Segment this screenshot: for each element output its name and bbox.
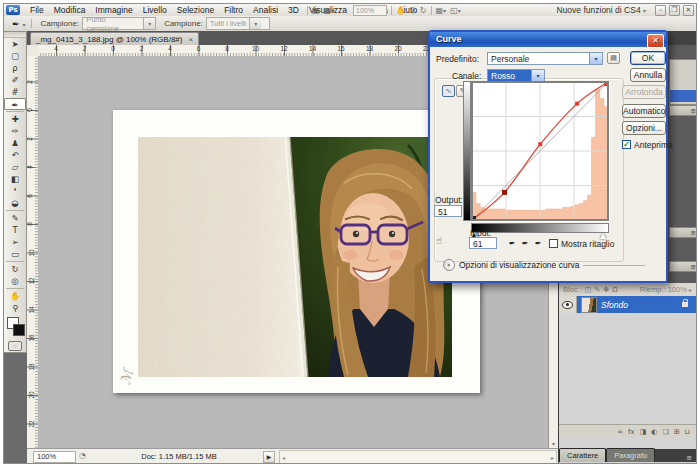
auto-button[interactable]: Automatico — [622, 104, 666, 118]
quick-mask-button[interactable]: ◌ — [8, 341, 22, 351]
layer-thumbnail[interactable] — [581, 297, 597, 313]
lock-transparency-icon[interactable]: ◫ — [585, 286, 592, 294]
tab-close-icon[interactable]: × — [188, 35, 193, 44]
cancel-button[interactable]: Annulla — [630, 68, 666, 82]
move-tool[interactable]: ➤ — [4, 38, 26, 50]
menu-analisi[interactable]: Analisi — [248, 5, 283, 15]
preset-select[interactable]: Personale▾ — [487, 52, 603, 65]
close-button[interactable]: ✕ — [683, 5, 694, 16]
preview-checkbox[interactable]: ✓ — [622, 140, 631, 149]
dialog-close-icon[interactable]: ✕ — [647, 34, 664, 48]
workspace-icon[interactable]: ▦▾ — [324, 6, 335, 15]
options-button[interactable]: Opzioni... — [622, 121, 666, 135]
hand-icon[interactable]: ✋ — [396, 6, 406, 15]
rectangle-tool[interactable]: ▭ — [4, 248, 26, 260]
document-canvas[interactable]: ℳ — [113, 110, 480, 393]
photoshop-logo[interactable]: Ps — [6, 5, 20, 15]
on-image-adjust-icon[interactable]: ☝ — [436, 235, 442, 246]
lock-pixels-icon[interactable]: ✎ — [594, 286, 600, 294]
crop-tool[interactable]: # — [4, 86, 26, 98]
menu-livello[interactable]: Livello — [138, 5, 172, 15]
lock-all-icon[interactable]: Ω — [612, 286, 617, 294]
fill-opacity[interactable]: Riemp.: 100% ▸ — [640, 285, 692, 294]
brush-tool[interactable]: ✑ — [4, 125, 26, 137]
hand-tool[interactable]: ✋ — [4, 290, 26, 302]
screen-mode-icon[interactable]: ◱▾ — [450, 6, 461, 15]
scroll-right-icon[interactable]: ▸ — [551, 454, 554, 461]
edit-points-tool[interactable]: ∿ — [442, 85, 455, 97]
background-color-swatch[interactable] — [13, 324, 25, 336]
menu-immagine[interactable]: Immagine — [90, 5, 137, 15]
layer-visibility-toggle[interactable] — [559, 296, 577, 313]
scroll-down-icon[interactable]: ▾ — [549, 440, 558, 447]
eraser-tool[interactable]: ▱ — [4, 161, 26, 173]
history-brush-tool[interactable]: ↶ — [4, 149, 26, 161]
lasso-tool[interactable]: ρ — [4, 62, 26, 74]
menu-3d[interactable]: 3D — [283, 5, 304, 15]
3d-orbit-tool[interactable]: ◎ — [4, 275, 26, 287]
quick-selection-tool[interactable]: ✐ — [4, 74, 26, 86]
type-tool[interactable]: T — [4, 224, 26, 236]
dialog-title-bar[interactable]: Curve ✕ — [430, 32, 666, 47]
input-field[interactable]: 61 — [469, 237, 497, 249]
tab-paragrafo[interactable]: Paragrafo — [606, 448, 655, 462]
layer-group-icon[interactable]: ❏ — [662, 428, 668, 436]
white-point-eyedropper-icon[interactable]: ✒ — [532, 236, 544, 251]
layer-name[interactable]: Sfondo — [601, 300, 682, 310]
panel-header[interactable]: ≡ — [669, 105, 697, 116]
horizontal-scrollbar[interactable]: ◂ ▸ — [279, 450, 557, 464]
zoom-level-field[interactable]: 100% — [353, 5, 387, 16]
status-menu-button[interactable]: ▶ — [263, 451, 275, 463]
curve-graph[interactable] — [471, 81, 609, 221]
new-layer-icon[interactable]: ⊞ — [674, 428, 680, 436]
output-field[interactable]: 51 — [434, 205, 462, 217]
document-tab[interactable]: _mg_0415_3_188.jpg @ 100% (RGB/8#) × — [30, 32, 199, 46]
curve-point[interactable] — [538, 142, 542, 146]
preset-options-button[interactable]: ▤ — [607, 52, 620, 64]
panel-header[interactable]: ≡ — [669, 261, 697, 272]
bridge-icon[interactable]: ▣ — [312, 6, 320, 15]
pen-tool[interactable]: ✎ — [4, 212, 26, 224]
link-layers-icon[interactable]: ∞ — [617, 428, 623, 436]
clone-stamp-tool[interactable]: ♟ — [4, 137, 26, 149]
menu-filtro[interactable]: Filtro — [219, 5, 248, 15]
black-point-eyedropper-icon[interactable]: ✒ — [506, 236, 518, 251]
eyedropper-tool[interactable]: ✒ — [4, 98, 26, 110]
menu-selezione[interactable]: Selezione — [172, 5, 219, 15]
curve-point-selected[interactable] — [502, 190, 507, 195]
minimize-button[interactable]: – — [655, 5, 666, 16]
sample-size-select[interactable]: Punto campione▾ — [82, 17, 156, 30]
layer-row-sfondo[interactable]: Sfondo — [559, 296, 696, 313]
path-selection-tool[interactable]: ➢ — [4, 236, 26, 248]
rotate-view-icon[interactable]: ↻ — [420, 6, 427, 15]
gray-point-eyedropper-icon[interactable]: ✒ — [519, 236, 531, 251]
spot-healing-brush-tool[interactable]: ✚ — [4, 113, 26, 125]
rectangular-marquee-tool[interactable]: ▢ — [4, 50, 26, 62]
zoom-icon[interactable]: ⚲ — [410, 6, 416, 15]
layer-mask-icon[interactable]: ◨ — [640, 428, 647, 436]
layer-style-icon[interactable]: fx — [628, 428, 635, 436]
curve-display-options-expander[interactable]: » Opzioni di visualizzazione curva — [443, 259, 645, 271]
panel-menu-icon[interactable]: ≡ — [686, 454, 696, 462]
zoom-tool[interactable]: ⚲ — [4, 302, 26, 314]
tab-carattere[interactable]: Carattere — [559, 448, 606, 462]
curve-point[interactable] — [575, 102, 579, 106]
gradient-tool[interactable]: ◧ — [4, 173, 26, 185]
expander-icon[interactable]: » — [443, 259, 455, 271]
current-tool-icon[interactable]: ✒ ▾ — [12, 19, 25, 29]
whats-new-menu[interactable]: Nuove funzioni di CS4 ▾ — [557, 5, 647, 15]
ok-button[interactable]: OK — [630, 51, 666, 65]
restore-button[interactable]: ❐ — [669, 5, 680, 16]
delete-layer-icon[interactable]: ⊔ — [685, 428, 690, 436]
adjustment-layer-icon[interactable]: ◐ — [651, 428, 657, 436]
scroll-left-icon[interactable]: ◂ — [282, 454, 285, 461]
sample-layers-select[interactable]: Tutti i livelli▾ — [206, 17, 270, 30]
blur-tool[interactable]: ❛ — [4, 185, 26, 197]
dodge-tool[interactable]: ◒ — [4, 197, 26, 209]
lock-position-icon[interactable]: ✥ — [603, 286, 609, 294]
status-zoom-field[interactable]: 100% — [33, 451, 76, 463]
show-clipping-checkbox[interactable] — [549, 239, 558, 248]
menu-modifica[interactable]: Modifica — [49, 5, 91, 15]
menu-file[interactable]: File — [25, 5, 49, 15]
panel-header[interactable]: ≡ — [669, 227, 697, 238]
